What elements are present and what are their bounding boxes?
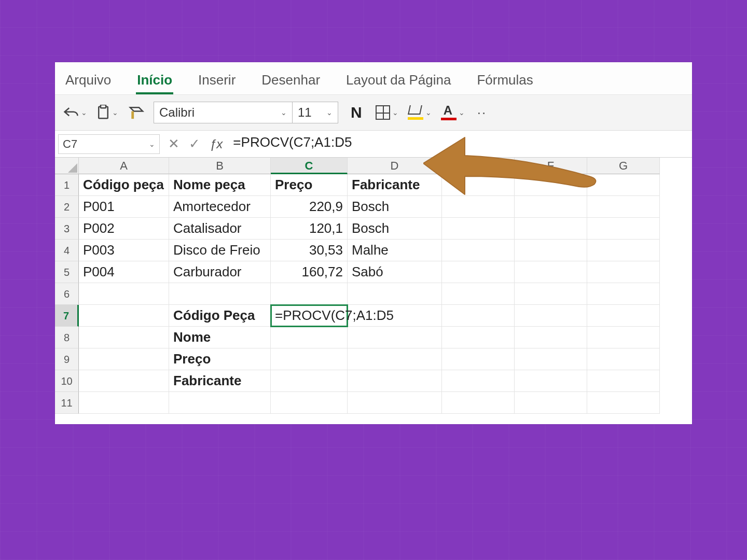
cell-F7[interactable] bbox=[515, 305, 587, 327]
row-header-4[interactable]: 4 bbox=[55, 240, 79, 261]
cell-A1[interactable]: Código peça bbox=[79, 174, 169, 196]
cell-A11[interactable] bbox=[79, 392, 169, 414]
cell-A8[interactable] bbox=[79, 327, 169, 348]
cell-C5[interactable]: 160,72 bbox=[271, 261, 348, 283]
format-painter-button[interactable] bbox=[127, 103, 146, 122]
cell-D4[interactable]: Malhe bbox=[348, 240, 442, 261]
more-commands-button[interactable]: ·· bbox=[473, 105, 487, 121]
cell-D11[interactable] bbox=[348, 392, 442, 414]
bold-button[interactable]: N bbox=[345, 104, 367, 121]
cell-F10[interactable] bbox=[515, 370, 587, 392]
cell-F3[interactable] bbox=[515, 218, 587, 240]
cell-C9[interactable] bbox=[271, 348, 348, 370]
cell-F1[interactable] bbox=[515, 174, 587, 196]
cell-B7[interactable]: Código Peça bbox=[169, 305, 271, 327]
cell-C4[interactable]: 30,53 bbox=[271, 240, 348, 261]
cell-E10[interactable] bbox=[442, 370, 515, 392]
column-header-E[interactable]: E bbox=[442, 158, 515, 174]
cell-C2[interactable]: 220,9 bbox=[271, 196, 348, 218]
cell-A5[interactable]: P004 bbox=[79, 261, 169, 283]
spreadsheet-grid[interactable]: A B C D E F G 1 Código peça Nome peça Pr… bbox=[55, 158, 692, 414]
borders-button[interactable]: ⌄ bbox=[375, 103, 399, 122]
tab-inserir[interactable]: Inserir bbox=[197, 69, 237, 94]
cell-A4[interactable]: P003 bbox=[79, 240, 169, 261]
cell-B5[interactable]: Carburador bbox=[169, 261, 271, 283]
cell-F11[interactable] bbox=[515, 392, 587, 414]
column-header-A[interactable]: A bbox=[79, 158, 169, 174]
column-header-B[interactable]: B bbox=[169, 158, 271, 174]
cell-F6[interactable] bbox=[515, 283, 587, 305]
tab-arquivo[interactable]: Arquivo bbox=[64, 69, 112, 94]
cell-B8[interactable]: Nome bbox=[169, 327, 271, 348]
cell-D8[interactable] bbox=[348, 327, 442, 348]
font-name-select[interactable]: Calibri ⌄ bbox=[154, 102, 293, 123]
row-header-5[interactable]: 5 bbox=[55, 261, 79, 283]
fill-color-button[interactable]: ⌄ bbox=[407, 103, 433, 122]
cell-C3[interactable]: 120,1 bbox=[271, 218, 348, 240]
cell-G2[interactable] bbox=[587, 196, 660, 218]
row-header-9[interactable]: 9 bbox=[55, 348, 79, 370]
cell-F8[interactable] bbox=[515, 327, 587, 348]
cell-A2[interactable]: P001 bbox=[79, 196, 169, 218]
cell-E9[interactable] bbox=[442, 348, 515, 370]
cell-B4[interactable]: Disco de Freio bbox=[169, 240, 271, 261]
column-header-C[interactable]: C bbox=[271, 158, 348, 174]
cell-E2[interactable] bbox=[442, 196, 515, 218]
tab-layout[interactable]: Layout da Página bbox=[345, 69, 452, 94]
cell-D10[interactable] bbox=[348, 370, 442, 392]
cell-A7[interactable] bbox=[79, 305, 169, 327]
cell-G5[interactable] bbox=[587, 261, 660, 283]
cell-A3[interactable]: P002 bbox=[79, 218, 169, 240]
undo-button[interactable]: ⌄ bbox=[62, 104, 88, 121]
cell-D6[interactable] bbox=[348, 283, 442, 305]
cell-G9[interactable] bbox=[587, 348, 660, 370]
cell-G4[interactable] bbox=[587, 240, 660, 261]
cell-E3[interactable] bbox=[442, 218, 515, 240]
tab-formulas[interactable]: Fórmulas bbox=[476, 69, 534, 94]
cell-C10[interactable] bbox=[271, 370, 348, 392]
font-size-select[interactable]: 11 ⌄ bbox=[293, 102, 338, 123]
cell-B6[interactable] bbox=[169, 283, 271, 305]
cell-E1[interactable] bbox=[442, 174, 515, 196]
row-header-1[interactable]: 1 bbox=[55, 174, 79, 196]
row-header-11[interactable]: 11 bbox=[55, 392, 79, 414]
cell-G3[interactable] bbox=[587, 218, 660, 240]
row-header-6[interactable]: 6 bbox=[55, 283, 79, 305]
cell-B9[interactable]: Preço bbox=[169, 348, 271, 370]
cell-G6[interactable] bbox=[587, 283, 660, 305]
cell-C7[interactable]: =PROCV(C7;A1:D5 bbox=[271, 305, 348, 327]
accept-formula-button[interactable]: ✓ bbox=[189, 136, 200, 152]
cell-F9[interactable] bbox=[515, 348, 587, 370]
cell-E6[interactable] bbox=[442, 283, 515, 305]
cell-A10[interactable] bbox=[79, 370, 169, 392]
cancel-formula-button[interactable]: ✕ bbox=[168, 136, 179, 152]
cell-G8[interactable] bbox=[587, 327, 660, 348]
cell-A9[interactable] bbox=[79, 348, 169, 370]
paste-button[interactable]: ⌄ bbox=[95, 103, 119, 122]
font-color-button[interactable]: A ⌄ bbox=[440, 103, 466, 122]
cell-E4[interactable] bbox=[442, 240, 515, 261]
cell-E5[interactable] bbox=[442, 261, 515, 283]
select-all-corner[interactable] bbox=[55, 158, 79, 174]
fx-icon[interactable]: ƒx bbox=[210, 137, 223, 151]
cell-D2[interactable]: Bosch bbox=[348, 196, 442, 218]
cell-G7[interactable] bbox=[587, 305, 660, 327]
cell-C1[interactable]: Preço bbox=[271, 174, 348, 196]
cell-E8[interactable] bbox=[442, 327, 515, 348]
name-box[interactable]: C7 ⌄ bbox=[58, 134, 160, 154]
row-header-2[interactable]: 2 bbox=[55, 196, 79, 218]
row-header-3[interactable]: 3 bbox=[55, 218, 79, 240]
cell-C6[interactable] bbox=[271, 283, 348, 305]
tab-desenhar[interactable]: Desenhar bbox=[260, 69, 321, 94]
tab-inicio[interactable]: Início bbox=[136, 69, 173, 94]
cell-B3[interactable]: Catalisador bbox=[169, 218, 271, 240]
row-header-8[interactable]: 8 bbox=[55, 327, 79, 348]
cell-B10[interactable]: Fabricante bbox=[169, 370, 271, 392]
cell-F5[interactable] bbox=[515, 261, 587, 283]
cell-C8[interactable] bbox=[271, 327, 348, 348]
row-header-7[interactable]: 7 bbox=[55, 305, 79, 327]
column-header-D[interactable]: D bbox=[348, 158, 442, 174]
cell-A6[interactable] bbox=[79, 283, 169, 305]
cell-F4[interactable] bbox=[515, 240, 587, 261]
cell-D9[interactable] bbox=[348, 348, 442, 370]
